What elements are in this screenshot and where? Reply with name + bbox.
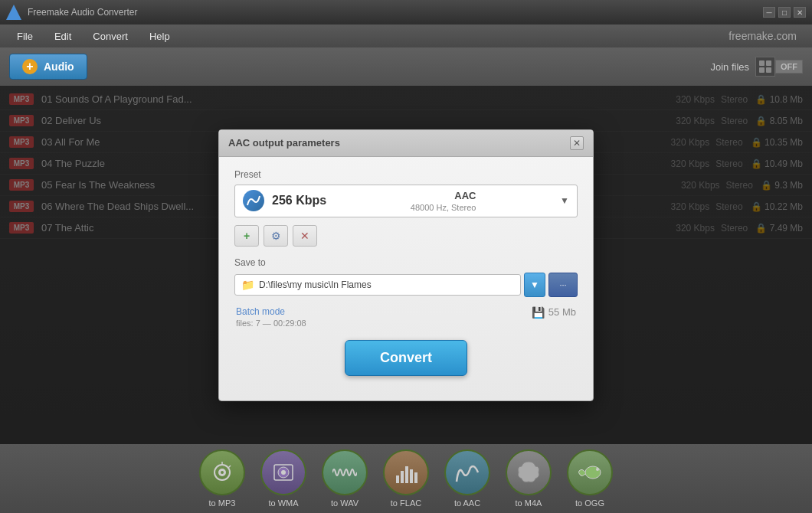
- flac-label: to FLAC: [391, 498, 421, 508]
- batch-size-info: 💾 55 Mb: [532, 306, 576, 319]
- svg-rect-10: [405, 466, 408, 483]
- preset-format: AAC: [454, 190, 476, 201]
- svg-rect-9: [401, 471, 404, 483]
- preset-left: 256 Kbps: [243, 190, 326, 211]
- main-area: MP3 01 Sounds Of A Playground Fad... 320…: [0, 86, 812, 444]
- batch-info: Batch mode files: 7 — 00:29:08: [236, 306, 306, 328]
- wav-icon: [322, 449, 368, 495]
- menu-items: File Edit Convert Help: [6, 28, 181, 45]
- join-files-toggle[interactable]: OFF: [755, 57, 803, 77]
- format-wav-button[interactable]: to WAV: [322, 449, 368, 508]
- batch-files-info: files: 7 — 00:29:08: [236, 319, 306, 328]
- save-to-input[interactable]: 📁 D:\files\my music\In Flames: [234, 274, 521, 296]
- preset-label: Preset: [234, 169, 578, 180]
- preset-action-buttons: + ⚙ ✕: [234, 225, 578, 247]
- preset-dropdown[interactable]: 256 Kbps AAC 48000 Hz, Stereo ▼: [234, 185, 578, 217]
- menu-file[interactable]: File: [6, 28, 44, 45]
- hdd-icon: 💾: [532, 306, 545, 319]
- brand-name: freemake: [729, 30, 773, 42]
- toolbar: + Audio Join files OFF: [0, 47, 812, 86]
- aac-label: to AAC: [454, 498, 480, 508]
- ogg-icon: [567, 449, 613, 495]
- modal-body: Preset 256 Kbps AAC 48000 Hz, Stereo: [219, 157, 593, 400]
- svg-rect-11: [410, 469, 413, 483]
- save-path-value: D:\files\my music\In Flames: [259, 279, 372, 290]
- add-plus-icon: +: [22, 59, 38, 74]
- modal-overlay: AAC output parameters ✕ Preset 256 Kbps: [0, 86, 812, 444]
- preset-kbps: 256 Kbps: [272, 194, 326, 207]
- menu-convert[interactable]: Convert: [82, 28, 139, 45]
- format-aac-button[interactable]: to AAC: [444, 449, 490, 508]
- app-logo-icon: [6, 5, 21, 20]
- settings-preset-button[interactable]: ⚙: [264, 225, 288, 247]
- brand-suffix: .com: [774, 30, 797, 42]
- format-wma-button[interactable]: to WMA: [260, 449, 306, 508]
- modal-header: AAC output parameters ✕: [219, 130, 593, 157]
- m4a-icon: [506, 449, 552, 495]
- folder-icon: 📁: [241, 279, 254, 291]
- batch-size-value: 55 Mb: [548, 306, 576, 318]
- save-browse-button[interactable]: ···: [548, 273, 578, 297]
- preset-right: AAC 48000 Hz, Stereo: [411, 190, 476, 212]
- menu-help[interactable]: Help: [139, 28, 181, 45]
- svg-point-7: [281, 470, 286, 475]
- window-title: Freemake Audio Converter: [28, 7, 137, 18]
- remove-preset-button[interactable]: ✕: [293, 225, 317, 247]
- format-m4a-button[interactable]: to M4A: [506, 449, 552, 508]
- save-to-row: 📁 D:\files\my music\In Flames ▼ ···: [234, 273, 578, 297]
- svg-rect-8: [396, 475, 399, 483]
- svg-point-2: [221, 471, 224, 474]
- add-preset-button[interactable]: +: [234, 225, 259, 247]
- ogg-label: to OGG: [575, 498, 604, 508]
- join-files-label: Join files: [710, 61, 749, 73]
- aac-icon: [444, 449, 490, 495]
- convert-button[interactable]: Convert: [345, 340, 467, 376]
- format-mp3-button[interactable]: to MP3: [199, 449, 245, 508]
- batch-row: Batch mode files: 7 — 00:29:08 💾 55 Mb: [234, 306, 578, 328]
- title-bar: Freemake Audio Converter ─ □ ✕: [0, 0, 812, 25]
- mp3-label: to MP3: [209, 498, 236, 508]
- wav-label: to WAV: [331, 498, 359, 508]
- minimize-button[interactable]: ─: [763, 7, 775, 18]
- m4a-label: to M4A: [516, 498, 542, 508]
- svg-line-4: [228, 466, 231, 468]
- save-dropdown-button[interactable]: ▼: [524, 273, 545, 297]
- svg-rect-12: [414, 472, 417, 483]
- join-files-area: Join files OFF: [710, 57, 803, 77]
- wma-icon: [260, 449, 306, 495]
- browse-dots: ···: [559, 280, 566, 289]
- menu-edit[interactable]: Edit: [44, 28, 82, 45]
- toggle-off-label: OFF: [775, 60, 803, 74]
- modal-close-button[interactable]: ✕: [570, 136, 584, 150]
- add-audio-button[interactable]: + Audio: [9, 54, 87, 80]
- title-bar-left: Freemake Audio Converter: [6, 5, 137, 20]
- format-bar: to MP3 to WMA to WAV: [0, 444, 812, 513]
- preset-details: 48000 Hz, Stereo: [411, 203, 476, 212]
- add-audio-label: Audio: [44, 60, 74, 73]
- menu-bar: File Edit Convert Help freemake.com: [0, 25, 812, 47]
- window-controls: ─ □ ✕: [763, 7, 806, 18]
- aac-output-modal: AAC output parameters ✕ Preset 256 Kbps: [218, 129, 594, 401]
- preset-aac-icon: [243, 190, 264, 211]
- chevron-down-icon: ▼: [560, 195, 569, 206]
- format-flac-button[interactable]: to FLAC: [383, 449, 429, 508]
- wma-label: to WMA: [268, 498, 298, 508]
- toggle-grid-icon: [755, 57, 775, 77]
- modal-title: AAC output parameters: [228, 137, 340, 149]
- close-button[interactable]: ✕: [794, 7, 806, 18]
- brand-logo: freemake.com: [729, 30, 806, 42]
- svg-point-14: [596, 468, 599, 471]
- save-to-label: Save to: [234, 257, 578, 268]
- flac-icon: [383, 449, 429, 495]
- mp3-icon: [199, 449, 245, 495]
- format-ogg-button[interactable]: to OGG: [567, 449, 613, 508]
- maximize-button[interactable]: □: [778, 7, 791, 18]
- batch-mode-link[interactable]: Batch mode: [236, 306, 306, 317]
